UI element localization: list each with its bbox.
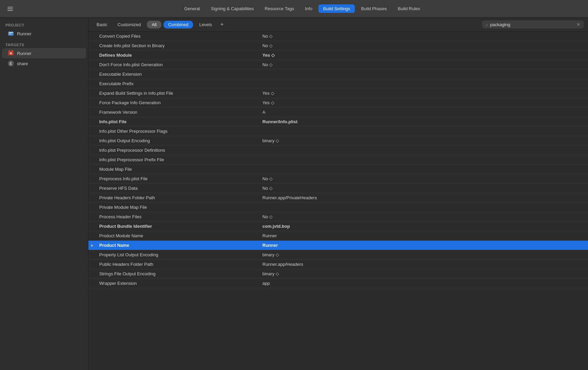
levels-filter-button[interactable]: Levels <box>195 21 216 29</box>
search-clear-button[interactable]: ✕ <box>576 22 581 27</box>
tab-build-rules[interactable]: Build Rules <box>393 4 425 13</box>
table-row[interactable]: Product Module NameRunner <box>88 231 588 241</box>
setting-value-cell <box>260 82 588 85</box>
project-section-label: PROJECT <box>0 22 88 29</box>
setting-name-cell: Info.plist Preprocessor Definitions <box>97 146 260 154</box>
setting-value-cell <box>260 206 588 209</box>
setting-name-cell: Executable Prefix <box>97 80 260 88</box>
customized-filter-button[interactable]: Customized <box>114 21 145 29</box>
table-row[interactable]: Info.plist Preprocessor Definitions <box>88 146 588 155</box>
sidebar-toggle-button[interactable] <box>5 4 15 14</box>
tab-build-phases[interactable]: Build Phases <box>356 4 392 13</box>
table-row[interactable]: Preprocess Info.plist FileNo ◇ <box>88 174 588 184</box>
table-row[interactable]: Info.plist Output Encodingbinary ◇ <box>88 136 588 146</box>
table-row[interactable]: ▶Product NameRunner <box>88 241 588 250</box>
svg-rect-2 <box>7 10 13 11</box>
setting-name-cell: Force Package Info Generation <box>97 99 260 107</box>
setting-name-cell: Don't Force Info.plist Generation <box>97 61 260 69</box>
setting-value-cell: No ◇ <box>260 61 588 69</box>
table-row[interactable]: Info.plist FileRunner/Info.plist <box>88 117 588 127</box>
table-row[interactable]: Private Headers Folder PathRunner.app/Pr… <box>88 193 588 203</box>
table-row[interactable]: Info.plist Preprocessor Prefix File <box>88 155 588 165</box>
table-row[interactable]: Public Headers Folder PathRunner.app/Hea… <box>88 260 588 269</box>
share-target-label: share <box>17 61 28 66</box>
setting-name-cell: Framework Version <box>97 108 260 116</box>
table-row[interactable]: Create Info.plist Section in BinaryNo ◇ <box>88 41 588 51</box>
settings-table: Convert Copied FilesNo ◇Create Info.plis… <box>88 32 588 370</box>
main-area: PROJECT Runner TARGETS <box>0 18 588 370</box>
table-row[interactable]: Info.plist Other Preprocessor Flags <box>88 127 588 136</box>
setting-name-cell: Product Bundle Identifier <box>97 222 260 230</box>
table-row[interactable]: Framework VersionA <box>88 108 588 117</box>
table-row[interactable]: Module Map File <box>88 165 588 174</box>
table-row[interactable]: Preserve HFS DataNo ◇ <box>88 184 588 193</box>
top-tab-bar: GeneralSigning & CapabilitiesResource Ta… <box>22 4 583 13</box>
table-row[interactable]: Convert Copied FilesNo ◇ <box>88 32 588 41</box>
top-bar: GeneralSigning & CapabilitiesResource Ta… <box>0 0 588 18</box>
filter-bar: Basic Customized All Combined Levels + ⌕… <box>88 18 588 32</box>
setting-name-cell: Convert Copied Files <box>97 32 260 40</box>
search-box: ⌕ ✕ <box>482 20 584 29</box>
runner-project-label: Runner <box>17 31 32 36</box>
setting-name-cell: Private Headers Folder Path <box>97 194 260 202</box>
tab-build-settings[interactable]: Build Settings <box>318 4 355 13</box>
tab-resource-tags[interactable]: Resource Tags <box>260 4 299 13</box>
svg-point-10 <box>11 53 12 54</box>
sidebar-item-share-target[interactable]: E share <box>2 58 86 69</box>
setting-name-cell: Info.plist Preprocessor Prefix File <box>97 156 260 164</box>
content-area: Basic Customized All Combined Levels + ⌕… <box>88 18 588 370</box>
setting-value-cell <box>260 130 588 133</box>
search-input[interactable] <box>490 22 574 27</box>
tab-general[interactable]: General <box>179 4 205 13</box>
table-row[interactable]: Strings File Output Encodingbinary ◇ <box>88 269 588 279</box>
setting-name-cell: Private Module Map File <box>97 203 260 211</box>
table-row[interactable]: Defines ModuleYes ◇ <box>88 51 588 60</box>
all-filter-button[interactable]: All <box>147 21 161 29</box>
setting-value-cell: Runner/Info.plist <box>260 118 588 126</box>
setting-value-cell: app <box>260 279 588 287</box>
table-row[interactable]: Force Package Info GenerationYes ◇ <box>88 98 588 108</box>
runner-project-icon <box>7 30 14 37</box>
setting-value-cell: No ◇ <box>260 32 588 40</box>
setting-value-cell <box>260 168 588 171</box>
tab-info[interactable]: Info <box>300 4 317 13</box>
sidebar-item-runner-project[interactable]: Runner <box>2 29 86 39</box>
setting-value-cell <box>260 159 588 161</box>
setting-name-cell: Executable Extension <box>97 70 260 78</box>
search-icon: ⌕ <box>485 22 488 27</box>
setting-value-cell: No ◇ <box>260 42 588 50</box>
sidebar-item-runner-target[interactable]: Runner <box>2 48 86 58</box>
basic-filter-button[interactable]: Basic <box>92 21 111 29</box>
table-row[interactable]: Product Bundle Identifiercom.jvtd.bop <box>88 222 588 231</box>
table-row[interactable]: Process Header FilesNo ◇ <box>88 212 588 222</box>
setting-name-cell: Defines Module <box>97 51 260 59</box>
setting-name-cell: Product Name <box>97 241 260 249</box>
targets-section-label: TARGETS <box>0 41 88 48</box>
setting-name-cell: Strings File Output Encoding <box>97 270 260 278</box>
setting-name-cell: Property List Output Encoding <box>97 251 260 259</box>
table-row[interactable]: Executable Extension <box>88 70 588 79</box>
setting-name-cell: Info.plist Other Preprocessor Flags <box>97 127 260 135</box>
setting-name-cell: Module Map File <box>97 165 260 173</box>
svg-rect-5 <box>9 34 12 34</box>
setting-name-cell: Product Module Name <box>97 232 260 240</box>
table-row[interactable]: Expand Build Settings in Info.plist File… <box>88 89 588 98</box>
svg-rect-4 <box>9 32 13 33</box>
table-row[interactable]: Property List Output Encodingbinary ◇ <box>88 250 588 260</box>
add-setting-button[interactable]: + <box>218 21 226 28</box>
setting-value-cell: No ◇ <box>260 175 588 183</box>
table-row[interactable]: Don't Force Info.plist GenerationNo ◇ <box>88 60 588 70</box>
svg-rect-8 <box>12 50 13 51</box>
setting-name-cell: Process Header Files <box>97 213 260 221</box>
table-row[interactable]: Wrapper Extensionapp <box>88 279 588 288</box>
setting-value-cell: binary ◇ <box>260 137 588 145</box>
table-row[interactable]: Executable Prefix <box>88 79 588 89</box>
setting-name-cell: Preprocess Info.plist File <box>97 175 260 183</box>
runner-target-label: Runner <box>17 51 32 56</box>
table-row[interactable]: Private Module Map File <box>88 203 588 212</box>
combined-filter-button[interactable]: Combined <box>163 21 193 29</box>
setting-value-cell: Runner.app/PrivateHeaders <box>260 194 588 202</box>
tab-signing[interactable]: Signing & Capabilities <box>206 4 258 13</box>
row-expander[interactable]: ▶ <box>88 243 97 247</box>
setting-value-cell: Yes ◇ <box>260 51 588 59</box>
